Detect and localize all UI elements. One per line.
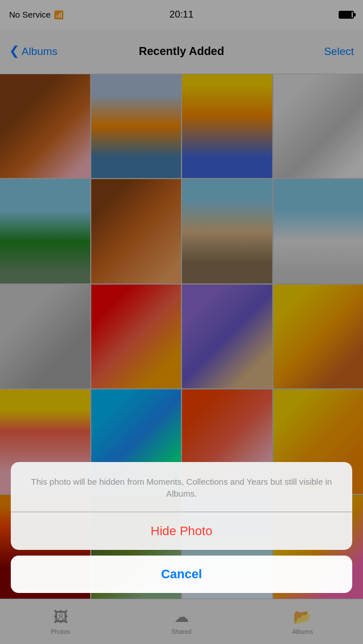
action-message-text: This photo will be hidden from Moments, … <box>31 477 332 499</box>
cancel-button[interactable]: Cancel <box>11 556 352 593</box>
hide-photo-button[interactable]: Hide Photo <box>11 512 352 550</box>
cancel-label: Cancel <box>161 567 202 581</box>
hide-photo-label: Hide Photo <box>151 524 213 538</box>
action-sheet: This photo will be hidden from Moments, … <box>11 462 352 550</box>
overlay: This photo will be hidden from Moments, … <box>0 0 363 644</box>
action-message: This photo will be hidden from Moments, … <box>11 462 352 512</box>
